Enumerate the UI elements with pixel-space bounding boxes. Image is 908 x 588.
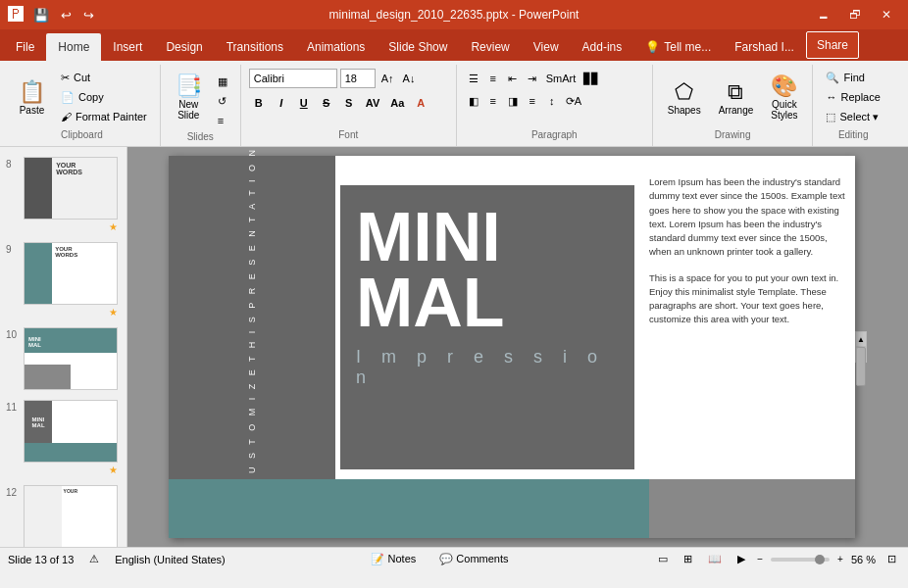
slide-sorter-button[interactable]: ⊞ [680, 552, 696, 566]
save-button[interactable]: 💾 [29, 6, 53, 24]
tab-transitions[interactable]: Transitions [215, 33, 295, 61]
italic-button[interactable]: I [272, 93, 291, 113]
notes-button[interactable]: 📝 Notes [367, 552, 420, 566]
slide-preview-9[interactable]: YOURWORDS [24, 242, 118, 305]
line-spacing-button[interactable]: ↕ [543, 91, 561, 111]
slide-thumb-10[interactable]: 10 MINIMAL [4, 325, 123, 392]
arrange-button[interactable]: ⧉ Arrange [712, 69, 761, 127]
lightbulb-icon: 💡 [645, 40, 660, 54]
text-direction-button[interactable]: ⟳A [563, 91, 584, 111]
reading-view-button[interactable]: 📖 [704, 552, 726, 566]
slide-thumb-8[interactable]: 8 YOURWORDS ★ [4, 155, 123, 234]
section-button[interactable]: ≡ [213, 112, 232, 129]
tab-review[interactable]: Review [459, 33, 521, 61]
restore-button[interactable]: 🗗 [841, 5, 869, 24]
slide-canvas[interactable]: C U S T O M I Z E T H I S P R E S E N T … [169, 156, 855, 538]
slide-preview-10[interactable]: MINIMAL [24, 327, 118, 390]
slide-layout-button[interactable]: ▦ [213, 73, 232, 90]
close-button[interactable]: ✕ [873, 5, 900, 24]
strikethrough-button[interactable]: S [317, 93, 336, 113]
clipboard-small-buttons: ✂ Cut 📄 Copy 🖌 Format Painter [56, 69, 152, 125]
slide-subtitle: I m p r e s s i o n [356, 347, 619, 388]
decrease-font-button[interactable]: A↓ [400, 69, 419, 88]
reset-icon: ↺ [218, 95, 227, 108]
status-center: 📝 Notes 💬 Comments [367, 552, 512, 566]
minimize-button[interactable]: 🗕 [810, 5, 837, 24]
vertical-scrollbar[interactable]: ▲ ▼ [855, 331, 867, 363]
copy-button[interactable]: 📄 Copy [56, 88, 152, 106]
paste-label: Paste [20, 105, 45, 116]
quick-styles-button[interactable]: 🎨 QuickStyles [764, 69, 804, 127]
align-right-button[interactable]: ◨ [504, 91, 522, 111]
format-painter-button[interactable]: 🖌 Format Painter [56, 108, 152, 125]
numbering-button[interactable]: ≡ [484, 69, 502, 88]
font-controls: A↑ A↓ B I U S S AV Aa A [249, 69, 431, 127]
comments-button[interactable]: 💬 Comments [435, 552, 512, 566]
slides-panel[interactable]: 8 YOURWORDS ★ 9 [0, 147, 127, 547]
tab-home[interactable]: Home [46, 33, 101, 61]
change-case-button[interactable]: Aa [386, 93, 408, 113]
decrease-indent-button[interactable]: ⇤ [504, 69, 522, 88]
slide-notes-warnings-button[interactable]: ⚠ [85, 552, 103, 566]
fit-slide-button[interactable]: ⊡ [883, 552, 900, 566]
underline-button[interactable]: U [294, 93, 314, 113]
increase-indent-button[interactable]: ⇥ [524, 69, 541, 88]
reset-button[interactable]: ↺ [213, 92, 232, 110]
find-button[interactable]: 🔍 Find [821, 69, 884, 86]
slide-thumb-11[interactable]: 11 MINIMAL ★ [4, 398, 123, 477]
tab-design[interactable]: Design [154, 33, 214, 61]
paragraph-controls: ☰ ≡ ⇤ ⇥ SmArt ▊▊ ◧ ≡ ◨ ≡ ↕ ⟳A [465, 69, 603, 127]
slide-preview-11[interactable]: MINIMAL [24, 400, 118, 463]
paste-area: 📋 Paste [12, 69, 52, 127]
paragraph-group: ☰ ≡ ⇤ ⇥ SmArt ▊▊ ◧ ≡ ◨ ≡ ↕ ⟳A Paragraph [457, 65, 653, 146]
slide-thumb-9[interactable]: 9 YOURWORDS ★ [4, 240, 123, 319]
scrollbar-thumb[interactable] [856, 347, 866, 386]
tab-insert[interactable]: Insert [101, 33, 154, 61]
new-slide-button[interactable]: 📑 NewSlide [169, 69, 209, 127]
tab-share[interactable]: Share [806, 31, 859, 59]
slide-number-9: 9 [6, 242, 20, 255]
bold-button[interactable]: B [249, 93, 269, 113]
increase-font-button[interactable]: A↑ [378, 69, 397, 88]
font-family-input[interactable] [249, 69, 337, 88]
language-label: English (United States) [115, 554, 226, 565]
bullets-button[interactable]: ☰ [465, 69, 482, 88]
tab-addins[interactable]: Add-ins [571, 33, 634, 61]
scroll-up-button[interactable]: ▲ [855, 331, 867, 347]
tab-animations[interactable]: Animations [295, 33, 377, 61]
font-color-button[interactable]: A [411, 93, 430, 113]
quick-styles-label: QuickStyles [771, 99, 797, 121]
tab-slideshow[interactable]: Slide Show [377, 33, 459, 61]
tab-tellme[interactable]: 💡Tell me... [633, 33, 723, 61]
tab-file[interactable]: File [4, 33, 46, 61]
character-spacing-button[interactable]: AV [362, 93, 383, 113]
select-button[interactable]: ⬚ Select ▾ [821, 108, 884, 125]
columns-button[interactable]: ▊▊ [580, 69, 602, 88]
replace-button[interactable]: ↔ Replace [821, 88, 884, 106]
slide-preview-8[interactable]: YOURWORDS [24, 157, 118, 220]
align-left-button[interactable]: ◧ [465, 91, 482, 111]
zoom-slider[interactable] [771, 558, 830, 562]
normal-view-button[interactable]: ▭ [654, 552, 672, 566]
slide-preview-12[interactable]: YOUR [24, 485, 118, 547]
align-center-button[interactable]: ≡ [484, 91, 502, 111]
slide-show-button[interactable]: ▶ [733, 552, 749, 566]
shapes-label: Shapes [668, 105, 701, 116]
font-size-input[interactable] [340, 69, 376, 88]
tab-user[interactable]: Farshad I... [723, 33, 806, 61]
justify-button[interactable]: ≡ [524, 91, 541, 111]
right-paragraph-2: This is a space for you to put your own … [649, 271, 845, 327]
cut-button[interactable]: ✂ Cut [56, 69, 152, 86]
undo-button[interactable]: ↩ [57, 6, 76, 24]
tab-view[interactable]: View [522, 33, 571, 61]
redo-button[interactable]: ↪ [79, 6, 98, 24]
smartart-button[interactable]: SmArt [543, 69, 580, 88]
editing-group: 🔍 Find ↔ Replace ⬚ Select ▾ Editing [813, 65, 892, 146]
slide-star-9: ★ [109, 307, 118, 318]
new-slide-label: NewSlide [177, 99, 199, 121]
paste-button[interactable]: 📋 Paste [12, 69, 52, 127]
slide-thumb-12[interactable]: 12 YOUR ★ [4, 483, 123, 547]
shapes-button[interactable]: ⬠ Shapes [661, 69, 708, 127]
slide-number-10: 10 [6, 327, 20, 340]
shadow-button[interactable]: S [339, 93, 359, 113]
